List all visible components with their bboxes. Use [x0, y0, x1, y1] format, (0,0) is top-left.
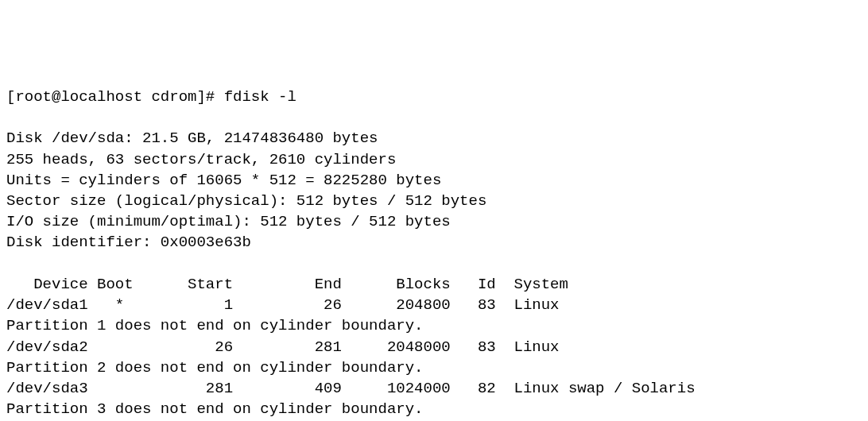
partition-warning: Partition 1 does not end on cylinder bou…: [6, 317, 424, 334]
partition-row: /dev/sda3 281 409 1024000 82 Linux swap …: [6, 380, 696, 397]
disk-line: Disk /dev/sda: 21.5 GB, 21474836480 byte…: [6, 129, 378, 147]
partition-row: /dev/sda1 * 1 26 204800 83 Linux: [6, 296, 560, 314]
partition-row: /dev/sda2 26 281 2048000 83 Linux: [6, 338, 560, 356]
disk-identifier-line: Disk identifier: 0x0003e63b: [6, 234, 251, 251]
geometry-line: 255 heads, 63 sectors/track, 2610 cylind…: [6, 151, 396, 168]
partition-warning: Partition 2 does not end on cylinder bou…: [6, 359, 424, 377]
terminal-output: [root@localhost cdrom]# fdisk -l Disk /d…: [6, 87, 862, 421]
units-line: Units = cylinders of 16065 * 512 = 82252…: [6, 172, 441, 189]
partition-table-header: Device Boot Start End Blocks Id System: [6, 276, 568, 293]
shell-prompt-line: [root@localhost cdrom]# fdisk -l: [6, 88, 296, 106]
io-size-line: I/O size (minimum/optimal): 512 bytes / …: [6, 213, 451, 230]
partition-warning: Partition 3 does not end on cylinder bou…: [6, 400, 424, 418]
sector-size-line: Sector size (logical/physical): 512 byte…: [6, 192, 486, 210]
